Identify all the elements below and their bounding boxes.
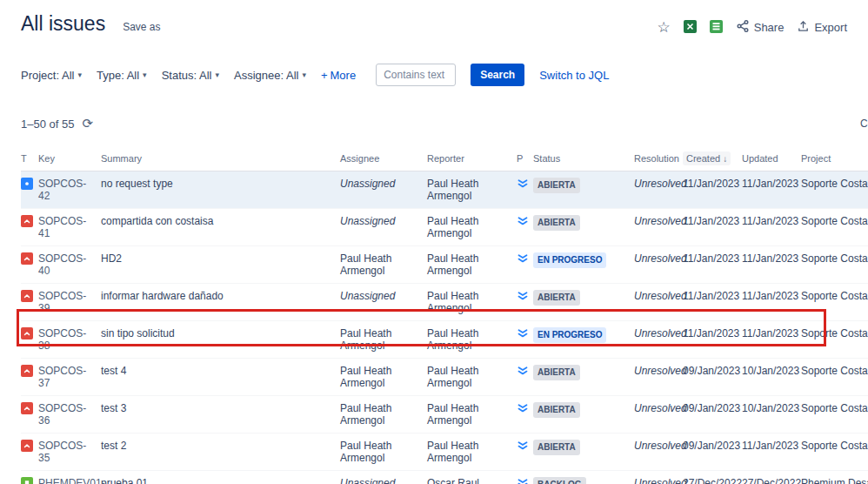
priority-lowest-icon	[517, 402, 529, 414]
updated-cell: 11/Jan/2023	[742, 434, 801, 471]
request-type-icon	[21, 178, 33, 190]
project-cell: Soporte Costaisa	[801, 209, 868, 246]
header-row: TKeySummaryAssigneeReporterPStatusResolu…	[21, 147, 868, 171]
issue-summary-link[interactable]: no request type	[101, 178, 173, 190]
created-cell: 11/Jan/2023	[683, 284, 742, 321]
resolution-cell: Unresolved	[634, 284, 683, 321]
issue-row-SOPCOS-38[interactable]: SOPCOS-38sin tipo solicitudPaul Heath Ar…	[21, 321, 868, 359]
assignee-cell: Unassigned	[340, 471, 427, 484]
issue-key-link[interactable]: SOPCOS-42	[38, 178, 86, 202]
issue-key-link[interactable]: SOPCOS-37	[38, 365, 86, 389]
status-badge: ABIERTA	[533, 402, 580, 418]
column-header-resolution[interactable]: Resolution	[634, 147, 683, 171]
issue-summary-link[interactable]: HD2	[101, 252, 122, 265]
issue-key-link[interactable]: SOPCOS-39	[38, 290, 86, 314]
column-header-t[interactable]: T	[21, 147, 38, 171]
share-button[interactable]: Share	[736, 19, 785, 36]
status-cell: ABIERTA	[533, 434, 634, 471]
issue-key-cell: PHEMDEV01-3	[38, 471, 101, 484]
issue-key-link[interactable]: SOPCOS-40	[38, 252, 86, 277]
type-filter-dropdown[interactable]: Type: All ▾	[97, 69, 147, 82]
status-filter-dropdown[interactable]: Status: All ▾	[162, 69, 219, 82]
issue-summary-link[interactable]: compartida con costaisa	[101, 215, 213, 227]
issue-summary-link[interactable]: test 4	[101, 365, 126, 377]
column-header-summary[interactable]: Summary	[101, 147, 340, 171]
issue-row-PHEMDEV01-3[interactable]: PHEMDEV01-3prueba 01UnassignedOscar Raul…	[21, 471, 868, 484]
issue-summary-link[interactable]: prueba 01	[101, 477, 148, 484]
issue-row-SOPCOS-37[interactable]: SOPCOS-37test 4Paul Heath ArmengolPaul H…	[21, 359, 868, 396]
switch-to-jql-link[interactable]: Switch to JQL	[539, 69, 609, 82]
issue-summary-cell: sin tipo solicitud	[101, 321, 340, 359]
column-header-created[interactable]: Created↓	[683, 147, 742, 171]
export-excel-button[interactable]	[684, 20, 697, 36]
export-button[interactable]: Export	[797, 20, 847, 36]
issue-row-SOPCOS-41[interactable]: SOPCOS-41compartida con costaisaUnassign…	[21, 209, 868, 246]
columns-button[interactable]: Columns	[860, 118, 868, 130]
refresh-icon[interactable]: ⟳	[82, 116, 93, 131]
column-header-p[interactable]: P	[517, 147, 533, 171]
updated-cell: 10/Jan/2023	[742, 396, 801, 434]
issue-row-SOPCOS-36[interactable]: SOPCOS-36test 3Paul Heath ArmengolPaul H…	[21, 396, 868, 434]
sorted-column-chip: Created↓	[683, 151, 731, 165]
project-cell: Soporte Costaisa	[801, 359, 868, 396]
assignee-filter-dropdown[interactable]: Assignee: All ▾	[234, 69, 306, 82]
priority-cell	[517, 209, 533, 246]
created-cell: 11/Jan/2023	[683, 171, 742, 209]
project-cell: Soporte Costaisa	[801, 284, 868, 321]
favorite-button[interactable]: ☆	[657, 21, 670, 34]
column-header-project[interactable]: Project	[801, 147, 868, 171]
priority-lowest-icon	[517, 327, 529, 339]
issue-key-link[interactable]: SOPCOS-38	[38, 327, 86, 352]
status-badge: ABIERTA	[533, 365, 580, 380]
column-header-status[interactable]: Status	[533, 147, 634, 171]
issue-row-SOPCOS-40[interactable]: SOPCOS-40HD2Paul Heath ArmengolPaul Heat…	[21, 246, 868, 284]
issue-summary-cell: informar hardware dañado	[101, 284, 340, 321]
sheet-icon	[710, 20, 723, 36]
updated-cell: 11/Jan/2023	[742, 246, 801, 284]
incident-type-icon	[21, 215, 33, 227]
status-cell: ABIERTA	[533, 359, 634, 396]
incident-type-icon	[21, 252, 33, 265]
more-filters-button[interactable]: + More	[321, 69, 356, 82]
header-actions: ☆ Share Export	[657, 12, 847, 36]
issue-row-SOPCOS-42[interactable]: SOPCOS-42no request typeUnassignedPaul H…	[21, 171, 868, 209]
issue-row-SOPCOS-39[interactable]: SOPCOS-39informar hardware dañadoUnassig…	[21, 284, 868, 321]
issue-summary-link[interactable]: sin tipo solicitud	[101, 327, 175, 339]
priority-cell	[517, 171, 533, 209]
issue-key-link[interactable]: SOPCOS-41	[38, 215, 86, 239]
issue-key-cell: SOPCOS-38	[38, 321, 101, 359]
status-cell: EN PROGRESO	[533, 321, 634, 359]
top-bar: All issues Save as ☆ Share Export	[0, 0, 868, 36]
issue-row-SOPCOS-35[interactable]: SOPCOS-35test 2Paul Heath ArmengolPaul H…	[21, 434, 868, 471]
priority-lowest-icon	[517, 215, 529, 227]
type-filter-label: Type: All	[97, 69, 139, 82]
search-button[interactable]: Search	[471, 64, 524, 86]
priority-lowest-icon	[517, 365, 529, 377]
column-header-updated[interactable]: Updated	[742, 147, 801, 171]
issue-type-cell	[21, 359, 38, 396]
priority-cell	[517, 284, 533, 321]
issue-type-cell	[21, 471, 38, 484]
issue-key-cell: SOPCOS-40	[38, 246, 101, 284]
issue-key-link[interactable]: PHEMDEV01-3	[38, 477, 105, 484]
star-icon: ☆	[657, 21, 670, 34]
contains-text-input[interactable]	[376, 64, 456, 86]
status-badge: EN PROGRESO	[533, 327, 606, 343]
issue-key-link[interactable]: SOPCOS-35	[38, 440, 86, 464]
assignee-cell: Paul Heath Armengol	[340, 434, 427, 471]
issue-key-cell: SOPCOS-42	[38, 171, 101, 209]
column-header-reporter[interactable]: Reporter	[427, 147, 517, 171]
issue-summary-link[interactable]: informar hardware dañado	[101, 290, 224, 302]
issue-summary-link[interactable]: test 3	[101, 402, 126, 414]
issue-type-cell	[21, 209, 38, 246]
issue-summary-link[interactable]: test 2	[101, 440, 126, 452]
export-sheet-button[interactable]	[710, 20, 723, 36]
save-as-button[interactable]: Save as	[123, 21, 160, 33]
updated-cell: 10/Jan/2023	[742, 359, 801, 396]
column-header-assignee[interactable]: Assignee	[340, 147, 427, 171]
plus-icon: +	[321, 69, 328, 82]
assignee-cell: Paul Heath Armengol	[340, 396, 427, 434]
issue-key-link[interactable]: SOPCOS-36	[38, 402, 86, 427]
project-filter-dropdown[interactable]: Project: All ▾	[21, 69, 82, 82]
column-header-key[interactable]: Key	[38, 147, 101, 171]
